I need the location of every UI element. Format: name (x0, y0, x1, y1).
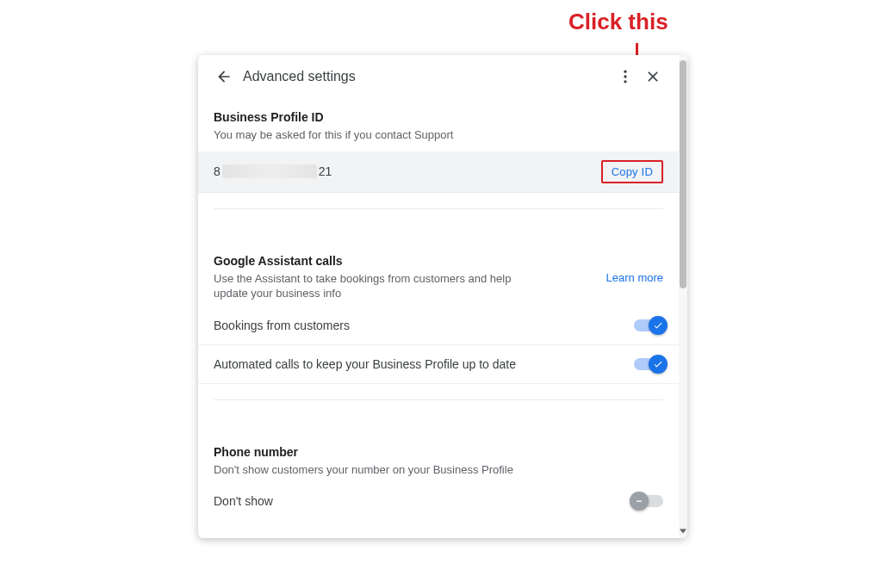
bookings-toggle[interactable] (634, 319, 663, 331)
dont-show-toggle[interactable] (634, 495, 663, 507)
svg-point-0 (624, 71, 626, 73)
svg-rect-3 (637, 501, 642, 502)
section-desc: Don't show customers your number on your… (214, 462, 541, 478)
scrollbar-thumb[interactable] (680, 60, 686, 288)
section-desc: You may be asked for this if you contact… (214, 127, 541, 143)
automated-calls-toggle[interactable] (634, 358, 663, 370)
section-desc: Use the Assistant to take bookings from … (214, 271, 541, 301)
close-icon (644, 68, 662, 85)
more-options-button[interactable] (612, 63, 639, 90)
check-icon (653, 320, 663, 331)
bookings-toggle-row: Bookings from customers (198, 306, 679, 345)
modal-title: Advanced settings (243, 69, 356, 84)
redaction-mask (222, 164, 317, 178)
section-title: Google Assistant calls (214, 254, 541, 268)
section-title: Business Profile ID (214, 110, 663, 124)
section-title: Phone number (214, 445, 663, 459)
arrow-left-icon (215, 68, 233, 85)
check-icon (653, 359, 663, 369)
minus-icon (634, 496, 644, 506)
copy-id-button[interactable]: Copy ID (601, 160, 663, 183)
learn-more-link[interactable]: Learn more (606, 271, 663, 284)
svg-point-1 (624, 75, 626, 77)
row-label: Bookings from customers (214, 319, 350, 332)
annotation-label: Click this (568, 9, 668, 35)
phone-number-section: Phone number Don't show customers your n… (198, 433, 679, 483)
profile-id-row: 8 21 Copy ID (198, 152, 679, 193)
row-label: Automated calls to keep your Business Pr… (214, 357, 516, 371)
chevron-down-icon (680, 528, 686, 535)
business-profile-id-section: Business Profile ID You may be asked for… (198, 98, 679, 148)
back-button[interactable] (210, 63, 238, 90)
settings-modal: Advanced settings Business Profile ID Yo… (198, 55, 687, 538)
row-label: Don't show (214, 494, 273, 508)
scrollbar[interactable] (679, 55, 687, 538)
profile-id-value: 8 21 (214, 164, 332, 178)
assistant-calls-section: Google Assistant calls Use the Assistant… (198, 242, 679, 306)
modal-header: Advanced settings (198, 55, 679, 98)
scrollbar-down-button[interactable] (679, 526, 687, 536)
svg-point-2 (624, 80, 626, 83)
close-button[interactable] (639, 63, 667, 90)
automated-calls-toggle-row: Automated calls to keep your Business Pr… (198, 345, 679, 384)
more-vert-icon (617, 68, 634, 85)
dont-show-toggle-row: Don't show (198, 482, 679, 520)
